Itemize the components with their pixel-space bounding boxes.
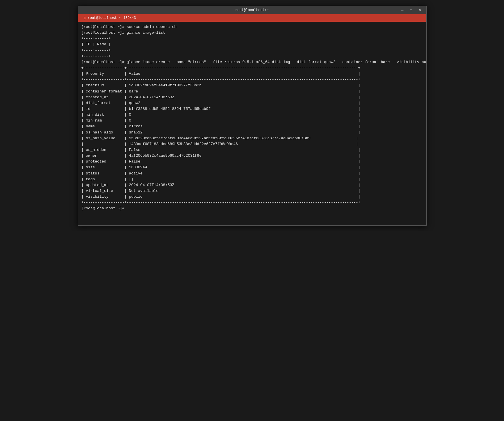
terminal-line: [root@localhost ~]# glance image-create … — [81, 59, 423, 65]
terminal-line: [root@localhost ~]# glance image-list — [81, 30, 423, 36]
terminal-line: | virtual_size | Not available | — [81, 188, 423, 194]
terminal-line: +----+------+ — [81, 53, 423, 59]
terminal-line: | os_hash_algo | sha512 | — [81, 130, 423, 135]
terminal-line: +------------------+--------------------… — [81, 77, 423, 83]
window-controls: ─ □ ✕ — [398, 7, 424, 13]
terminal-line: | tags | [] | — [81, 176, 423, 182]
terminal-line: | disk_format | qcow2 | — [81, 100, 423, 106]
terminal-line: | protected | False | — [81, 159, 423, 165]
terminal-line: | os_hidden | False | — [81, 147, 423, 153]
terminal-line: +------------------+--------------------… — [81, 200, 423, 206]
terminal-line: | visibility | public | — [81, 194, 423, 200]
terminal-line: | name | cirros | — [81, 124, 423, 129]
terminal-line: | min_disk | 0 | — [81, 112, 423, 118]
terminal-line: | created_at | 2024-04-07T14:38:53Z | — [81, 94, 423, 100]
terminal-body[interactable]: [root@localhost ~]# source admin-openrc.… — [78, 22, 426, 225]
maximize-button[interactable]: □ — [407, 7, 415, 13]
terminal-line: | updated_at | 2024-04-07T14:38:53Z | — [81, 182, 423, 188]
terminal-line: | size | 16338944 | — [81, 165, 423, 170]
terminal-line: +----+------+ — [81, 36, 423, 42]
terminal-line: | id | b14f3288-ddb5-4852-8324-757ad65ec… — [81, 106, 423, 112]
close-button[interactable]: ✕ — [416, 7, 424, 13]
terminal-line: | owner | 4af2065b932c4aae9b60ac4752031f… — [81, 153, 423, 159]
tab-dot — [83, 17, 86, 19]
terminal-line: [root@localhost ~]# — [81, 206, 423, 211]
terminal-line: | ID | Name | — [81, 42, 423, 47]
terminal-line: | status | active | — [81, 171, 423, 176]
minimize-button[interactable]: ─ — [398, 7, 407, 13]
title-bar: root@localhost:~ ─ □ ✕ — [78, 6, 426, 14]
tab-label: root@localhost:~ 139x43 — [88, 16, 136, 20]
terminal-line: | container_format | bare | — [81, 89, 423, 94]
terminal-line: | min_ram | 0 | — [81, 118, 423, 124]
terminal-line: +----+------+ — [81, 48, 423, 53]
title-bar-text: root@localhost:~ — [235, 8, 269, 12]
tab-bar: root@localhost:~ 139x43 — [78, 14, 426, 22]
terminal-line: | checksum | 1d3062cd89af34e419f7100277f… — [81, 83, 423, 88]
terminal-window: root@localhost:~ ─ □ ✕ root@localhost:~ … — [78, 6, 427, 226]
terminal-line: | | 1489acf687183adcd689b53b38e3ddd22e62… — [81, 141, 423, 147]
terminal-line: | os_hash_value | 553d220ed58cfee7dafe00… — [81, 135, 423, 141]
terminal-line: | Property | Value | — [81, 71, 423, 77]
terminal-line: [root@localhost ~]# source admin-openrc.… — [81, 24, 423, 30]
terminal-tab[interactable]: root@localhost:~ 139x43 — [80, 15, 139, 21]
terminal-line: +------------------+--------------------… — [81, 65, 423, 71]
